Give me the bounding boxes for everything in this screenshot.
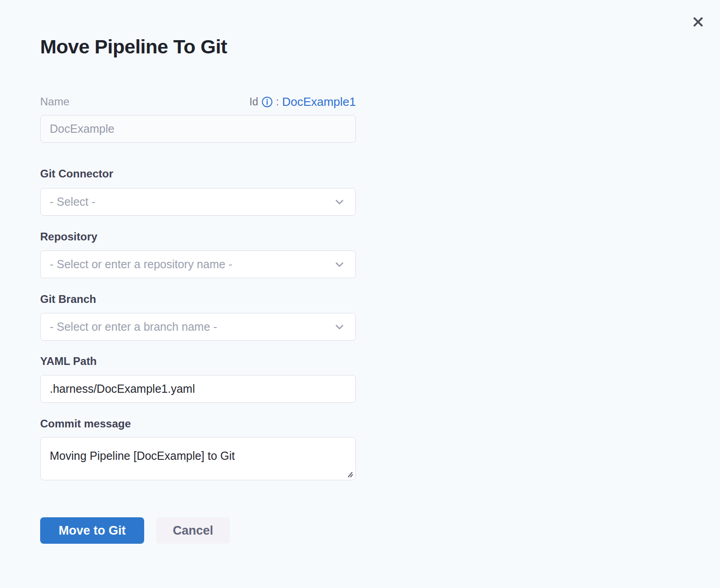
move-to-git-button[interactable]: Move to Git — [40, 517, 144, 544]
yaml-path-input[interactable] — [40, 375, 356, 403]
git-connector-placeholder: - Select - — [50, 195, 335, 208]
name-input[interactable] — [40, 115, 356, 143]
pipeline-id-link[interactable]: DocExample1 — [282, 95, 356, 109]
repository-label: Repository — [40, 230, 356, 244]
git-connector-select[interactable]: - Select - — [40, 188, 356, 216]
chevron-down-icon — [335, 262, 344, 267]
git-branch-placeholder: - Select or enter a branch name - — [50, 320, 335, 333]
yaml-path-label: YAML Path — [40, 354, 356, 368]
repository-select[interactable]: - Select or enter a repository name - — [40, 250, 356, 278]
cancel-button[interactable]: Cancel — [156, 517, 230, 544]
git-connector-label: Git Connector — [40, 167, 356, 181]
commit-message-textarea[interactable]: Moving Pipeline [DocExample] to Git — [40, 437, 356, 480]
git-branch-select[interactable]: - Select or enter a branch name - — [40, 313, 356, 341]
dialog-title: Move Pipeline To Git — [40, 35, 227, 58]
info-icon[interactable] — [261, 96, 273, 108]
name-header-row: Name Id : DocExample1 — [40, 94, 356, 109]
close-icon — [691, 15, 705, 29]
chevron-down-icon — [335, 324, 344, 330]
commit-message-label: Commit message — [40, 417, 356, 431]
dialog-footer: Move to Git Cancel — [40, 517, 356, 544]
repository-placeholder: - Select or enter a repository name - — [50, 258, 335, 271]
chevron-down-icon — [335, 199, 344, 205]
id-label: Id — [250, 96, 258, 108]
name-label: Name — [40, 95, 69, 108]
commit-message-wrap: Moving Pipeline [DocExample] to Git — [40, 437, 356, 482]
pipeline-id-group: Id : DocExample1 — [250, 95, 356, 109]
git-branch-label: Git Branch — [40, 292, 356, 306]
move-pipeline-to-git-dialog: Move Pipeline To Git Name Id : DocExampl… — [0, 0, 720, 588]
close-button[interactable] — [689, 13, 707, 31]
id-separator: : — [276, 96, 279, 108]
